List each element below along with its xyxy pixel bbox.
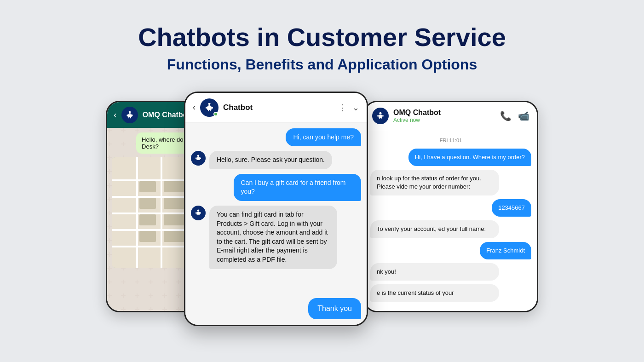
right-action-icons: 📞 📹	[500, 110, 529, 121]
date-label: FRI 11:01	[370, 138, 531, 143]
left-bot-avatar	[121, 107, 138, 123]
svg-rect-23	[200, 212, 201, 213]
svg-rect-18	[196, 158, 196, 159]
center-msg-1: Hi, can you help me?	[286, 128, 361, 147]
svg-rect-10	[206, 107, 207, 109]
svg-rect-9	[207, 106, 212, 110]
right-chat-body: FRI 11:01 Hi, I have a question. Where i…	[365, 130, 537, 311]
svg-rect-19	[200, 158, 201, 159]
svg-rect-21	[196, 212, 200, 215]
center-msg-2: Hello, sure. Please ask your question.	[209, 151, 332, 169]
center-bot-avatar	[200, 98, 218, 117]
right-msg-7: e is the current status of your	[370, 284, 499, 302]
svg-rect-13	[210, 110, 211, 111]
right-chat-header: OMQ Chatbot Active now 📞 📹	[365, 102, 537, 130]
svg-rect-17	[196, 157, 200, 160]
svg-rect-28	[380, 118, 380, 119]
page-header: Chatbots in Customer Service Functions, …	[138, 0, 506, 87]
svg-point-6	[128, 112, 129, 113]
bot-avatar-small-2	[191, 206, 206, 220]
svg-point-16	[197, 155, 200, 157]
back-icon[interactable]: ‹	[114, 109, 117, 120]
right-msg-2: n look up for the status of order for yo…	[370, 170, 499, 195]
svg-point-15	[210, 104, 211, 105]
main-title: Chatbots in Customer Service	[138, 23, 506, 52]
svg-rect-3	[131, 115, 132, 116]
bot-avatar-small-1	[191, 151, 206, 166]
svg-point-7	[131, 112, 132, 113]
right-msg-5: Franz Schmidt	[480, 242, 531, 259]
svg-rect-2	[126, 115, 128, 116]
center-chat-header: ‹ Chatbot ⋮ ⌄	[185, 93, 367, 123]
svg-rect-29	[381, 118, 382, 119]
video-call-icon[interactable]: 📹	[518, 110, 529, 121]
center-back-icon[interactable]: ‹	[193, 103, 196, 112]
phone-right: OMQ Chatbot Active now 📞 📹 FRI 11:01 Hi,…	[363, 101, 538, 312]
svg-rect-4	[128, 117, 129, 118]
phones-container: ‹ OMQ Chatbot Hello, where do I find the…	[92, 92, 552, 331]
chevron-down-icon[interactable]: ⌄	[352, 103, 359, 113]
right-msg-1: Hi, I have a question. Where is my order…	[408, 149, 531, 166]
menu-icon[interactable]: ⋮	[339, 103, 347, 113]
center-chat-name: Chatbot	[223, 103, 334, 112]
right-msg-6: nk you!	[370, 263, 499, 281]
center-msg-4: You can find gift card in tab for Produc…	[209, 206, 337, 269]
svg-point-24	[380, 112, 382, 114]
phone-center: ‹ Chatbot ⋮ ⌄	[184, 92, 368, 326]
svg-rect-5	[130, 117, 131, 118]
thank-you-button[interactable]: Thank you	[308, 298, 361, 319]
right-chat-name: OMQ Chatbot	[393, 109, 495, 117]
svg-rect-26	[377, 115, 379, 116]
center-chat-body: Hi, can you help me? Hello, sure. Please…	[185, 123, 367, 325]
right-status: Active now	[393, 117, 495, 123]
center-msg-3: Can I buy a gift card for a friend from …	[234, 174, 362, 201]
online-indicator	[213, 112, 218, 116]
svg-rect-1	[127, 114, 132, 117]
svg-point-20	[197, 209, 200, 212]
svg-rect-27	[382, 115, 384, 116]
phone-call-icon[interactable]: 📞	[500, 110, 512, 121]
svg-rect-22	[196, 212, 196, 213]
svg-rect-11	[212, 107, 213, 109]
sub-title: Functions, Benefits and Application Opti…	[138, 56, 506, 73]
right-msg-4: To verify your account, ed your full nam…	[370, 220, 499, 238]
svg-point-14	[208, 104, 209, 105]
center-msg-4-row: You can find gift card in tab for Produc…	[191, 206, 361, 269]
svg-rect-12	[208, 110, 209, 111]
left-chat-name: OMQ Chatbot	[143, 111, 190, 119]
right-name-block: OMQ Chatbot Active now	[393, 109, 495, 123]
center-msg-2-row: Hello, sure. Please ask your question.	[191, 151, 361, 169]
right-bot-avatar	[372, 108, 389, 124]
center-header-icons: ⋮ ⌄	[339, 103, 359, 113]
right-msg-3: 12345667	[492, 199, 531, 217]
svg-rect-25	[379, 115, 382, 118]
